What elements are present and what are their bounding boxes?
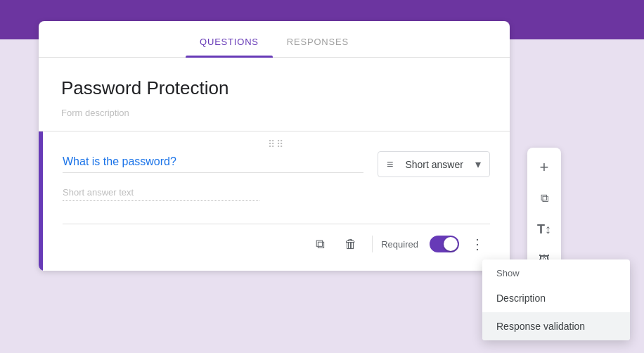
form-header: Password Protection Form description [39,58,510,131]
form-description: Form description [61,108,487,118]
question-row: What is the password? ≡ Short answer ▾ [63,151,490,177]
answer-type-dropdown[interactable]: ≡ Short answer ▾ [378,151,490,177]
tab-responses[interactable]: RESPONSES [273,27,363,57]
popup-response-validation-item[interactable]: Response validation [482,312,630,340]
delete-button[interactable]: 🗑 [338,231,363,257]
tab-questions[interactable]: QUESTIONS [186,27,273,57]
add-question-button[interactable]: + [530,153,558,181]
more-icon: ⋮ [470,236,484,252]
popup-description-item[interactable]: Description [482,284,630,312]
copy-icon: ⧉ [316,237,325,252]
form-title: Password Protection [61,77,487,99]
copy-button[interactable]: ⧉ [307,231,333,257]
title-icon: T↕ [537,222,551,237]
import-icon: ⧉ [541,192,548,205]
required-label: Required [381,239,418,250]
tabs-container: QUESTIONS RESPONSES [39,21,510,58]
question-text: What is the password? [63,155,363,173]
main-card: QUESTIONS RESPONSES Password Protection … [39,21,510,271]
add-icon: + [540,158,549,176]
more-options-button[interactable]: ⋮ [465,231,490,257]
popup-show-label: Show [482,259,630,284]
short-answer-placeholder: Short answer text [63,187,259,201]
toggle-knob [444,237,458,251]
delete-icon: 🗑 [344,237,357,252]
required-toggle[interactable] [430,236,459,252]
short-answer-icon: ≡ [387,158,393,171]
drag-handle[interactable]: ⠿⠿ [268,139,285,150]
popup-menu: Show Description Response validation [482,259,630,340]
toolbar-divider [372,236,373,252]
import-questions-button[interactable]: ⧉ [530,184,558,212]
question-card: ⠿⠿ What is the password? ≡ Short answer … [39,131,510,271]
question-toolbar: ⧉ 🗑 Required ⋮ [63,224,490,258]
chevron-down-icon: ▾ [475,158,481,171]
add-title-button[interactable]: T↕ [530,215,558,243]
